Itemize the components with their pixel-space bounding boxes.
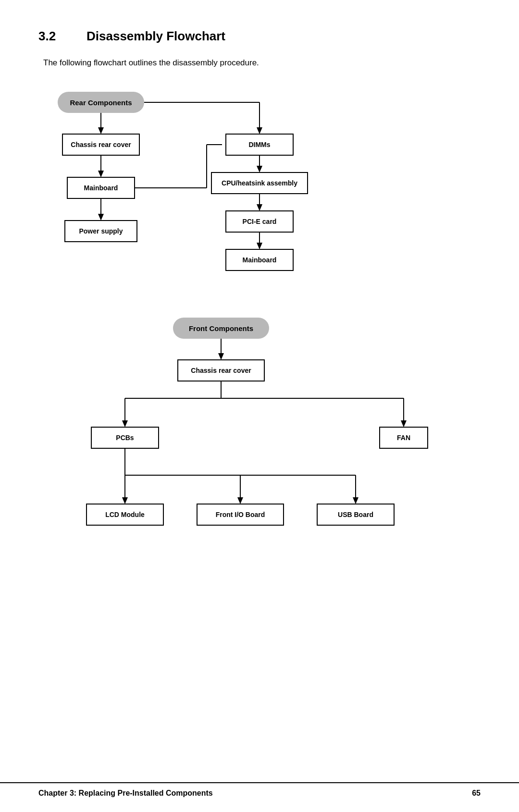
lcd-module-label: LCD Module: [105, 511, 145, 518]
svg-marker-21: [257, 204, 262, 211]
fan-node: FAN: [380, 427, 428, 448]
svg-marker-24: [257, 243, 262, 249]
front-components-label: Front Components: [189, 324, 253, 332]
pcbs-label: PCBs: [116, 434, 134, 442]
front-components-node: Front Components: [173, 318, 269, 339]
section-title: 3.2 Disassembly Flowchart: [38, 29, 481, 44]
flowchart-container: Rear Components Chassis rear cover Mainb…: [38, 87, 481, 750]
chassis-rear-cover-top-label: Chassis rear cover: [71, 141, 131, 148]
pci-e-card-label: PCI-E card: [243, 218, 277, 225]
svg-marker-33: [122, 420, 128, 427]
page-footer: Chapter 3: Replacing Pre-Installed Compo…: [0, 782, 519, 798]
svg-marker-43: [237, 497, 243, 504]
chassis-rear-cover-top-node: Chassis rear cover: [62, 134, 139, 155]
front-io-board-label: Front I/O Board: [216, 511, 265, 518]
page-number: 65: [472, 789, 481, 798]
section-heading: Disassembly Flowchart: [86, 29, 225, 44]
power-supply-label: Power supply: [79, 227, 123, 235]
usb-board-node: USB Board: [317, 504, 394, 525]
cpu-heatsink-node: CPU/heatsink assembly: [211, 172, 308, 194]
chassis-rear-cover-bottom-label: Chassis rear cover: [191, 367, 251, 374]
cpu-heatsink-label: CPU/heatsink assembly: [222, 179, 297, 187]
usb-board-label: USB Board: [338, 511, 373, 518]
svg-marker-35: [401, 420, 407, 427]
rear-components-node: Rear Components: [58, 92, 144, 113]
chassis-rear-cover-bottom-node: Chassis rear cover: [178, 360, 264, 381]
lcd-module-node: LCD Module: [86, 504, 163, 525]
svg-marker-5: [98, 171, 104, 177]
pcbs-node: PCBs: [91, 427, 159, 448]
mainboard-left-label: Mainboard: [84, 184, 118, 192]
svg-marker-41: [122, 497, 128, 504]
rear-components-label: Rear Components: [70, 98, 132, 107]
section-number: 3.2: [38, 29, 67, 44]
dimms-label: DIMMs: [248, 141, 270, 148]
svg-marker-45: [353, 497, 358, 504]
fan-label: FAN: [397, 434, 410, 442]
front-io-board-node: Front I/O Board: [197, 504, 284, 525]
svg-marker-2: [98, 127, 104, 134]
svg-marker-8: [98, 214, 104, 221]
svg-marker-28: [218, 353, 224, 360]
power-supply-node: Power supply: [65, 221, 137, 242]
mainboard-right-node: Mainboard: [226, 249, 293, 271]
svg-marker-18: [257, 166, 262, 172]
intro-paragraph: The following flowchart outlines the dis…: [43, 58, 481, 68]
chapter-label: Chapter 3: Replacing Pre-Installed Compo…: [38, 789, 213, 798]
mainboard-left-node: Mainboard: [67, 177, 135, 198]
svg-marker-12: [257, 127, 262, 134]
pci-e-card-node: PCI-E card: [226, 211, 293, 232]
dimms-node: DIMMs: [226, 134, 293, 155]
mainboard-right-label: Mainboard: [243, 256, 277, 264]
